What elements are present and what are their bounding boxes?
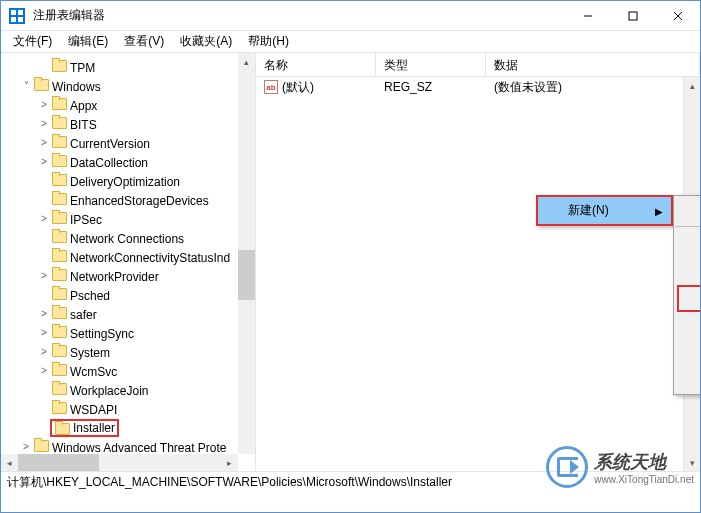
tree-item-label: Installer	[73, 421, 115, 435]
folder-icon	[51, 324, 67, 338]
tree-item[interactable]: >WcmSvc	[1, 361, 255, 380]
tree-scrollbar-horizontal[interactable]: ◂ ▸	[1, 454, 238, 471]
ctx-item[interactable]: DWORD (32 位)值(D)	[677, 285, 700, 312]
tree-twisty-icon[interactable]	[37, 60, 51, 74]
tree-twisty-icon[interactable]	[37, 231, 51, 245]
tree-item[interactable]: >safer	[1, 304, 255, 323]
window-controls	[565, 1, 700, 30]
tree-item[interactable]: >NetworkProvider	[1, 266, 255, 285]
menu-view[interactable]: 查看(V)	[116, 30, 172, 53]
tree-item[interactable]: Installer	[1, 418, 255, 437]
tree-twisty-icon[interactable]: >	[37, 136, 51, 150]
list-row[interactable]: ab (默认) REG_SZ (数值未设置)	[256, 77, 700, 97]
list-panel: 名称 类型 数据 ab (默认) REG_SZ (数值未设置) 新建(N) ▶ …	[256, 53, 700, 471]
status-path: 计算机\HKEY_LOCAL_MACHINE\SOFTWARE\Policies…	[7, 474, 452, 491]
tree-scrollbar-vertical[interactable]: ▴	[238, 53, 255, 454]
folder-icon	[51, 134, 67, 148]
tree-twisty-icon[interactable]	[37, 174, 51, 188]
tree-item[interactable]: ˅Windows	[1, 76, 255, 95]
menu-separator	[675, 226, 700, 227]
tree-item[interactable]: NetworkConnectivityStatusInd	[1, 247, 255, 266]
scrollbar-thumb[interactable]	[238, 250, 255, 300]
menu-file[interactable]: 文件(F)	[5, 30, 60, 53]
tree-item-label: CurrentVersion	[70, 137, 150, 151]
tree-twisty-icon[interactable]	[37, 193, 51, 207]
tree-twisty-icon[interactable]	[37, 250, 51, 264]
folder-icon	[51, 210, 67, 224]
ctx-new-label: 新建(N)	[568, 203, 609, 217]
folder-icon	[33, 77, 49, 91]
tree-twisty-icon[interactable]: >	[37, 326, 51, 340]
tree-item[interactable]: DeliveryOptimization	[1, 171, 255, 190]
maximize-button[interactable]	[610, 1, 655, 30]
tree-item[interactable]: >System	[1, 342, 255, 361]
svg-rect-2	[11, 17, 16, 22]
tree-twisty-icon[interactable]: >	[37, 307, 51, 321]
svg-rect-3	[18, 17, 23, 22]
scroll-down-button[interactable]: ▾	[684, 454, 700, 471]
tree-twisty-icon[interactable]: >	[37, 155, 51, 169]
list-body: ab (默认) REG_SZ (数值未设置)	[256, 77, 700, 97]
scrollbar-thumb-h[interactable]	[18, 454, 99, 471]
tree-twisty-icon[interactable]: >	[37, 98, 51, 112]
tree-item-label: BITS	[70, 118, 97, 132]
tree-item[interactable]: >BITS	[1, 114, 255, 133]
ctx-item[interactable]: 项(K)	[674, 196, 700, 223]
close-button[interactable]	[655, 1, 700, 30]
ctx-new[interactable]: 新建(N) ▶	[538, 197, 671, 224]
col-data[interactable]: 数据	[486, 53, 700, 76]
minimize-button[interactable]	[565, 1, 610, 30]
tree-item-label: DataCollection	[70, 156, 148, 170]
ctx-item[interactable]: QWORD (64 位)值(Q)	[674, 313, 700, 340]
col-type[interactable]: 类型	[376, 53, 486, 76]
tree-item[interactable]: >IPSec	[1, 209, 255, 228]
folder-icon	[51, 172, 67, 186]
tree-item-label: WSDAPI	[70, 403, 117, 417]
statusbar: 计算机\HKEY_LOCAL_MACHINE\SOFTWARE\Policies…	[1, 471, 700, 493]
tree-item[interactable]: WorkplaceJoin	[1, 380, 255, 399]
tree-twisty-icon[interactable]: >	[37, 364, 51, 378]
main-area: TPM˅Windows>Appx>BITS>CurrentVersion>Dat…	[1, 53, 700, 471]
menu-help[interactable]: 帮助(H)	[240, 30, 297, 53]
tree-item-label: DeliveryOptimization	[70, 175, 180, 189]
tree-twisty-icon[interactable]: >	[37, 212, 51, 226]
context-menu-new: 新建(N) ▶	[536, 195, 673, 226]
tree-twisty-icon[interactable]	[37, 421, 51, 435]
scroll-up-button[interactable]: ▴	[238, 53, 255, 70]
folder-icon	[51, 115, 67, 129]
scroll-right-button[interactable]: ▸	[221, 454, 238, 471]
tree-item-label: safer	[70, 308, 97, 322]
scroll-left-button[interactable]: ◂	[1, 454, 18, 471]
tree-item[interactable]: TPM	[1, 57, 255, 76]
col-name[interactable]: 名称	[256, 53, 376, 76]
tree-item[interactable]: WSDAPI	[1, 399, 255, 418]
scroll-up-button[interactable]: ▴	[684, 77, 700, 94]
tree-item[interactable]: EnhancedStorageDevices	[1, 190, 255, 209]
tree-item[interactable]: Psched	[1, 285, 255, 304]
tree-twisty-icon[interactable]: >	[37, 345, 51, 359]
ctx-item[interactable]: 可扩充字符串值(E)	[674, 367, 700, 394]
menu-favorites[interactable]: 收藏夹(A)	[172, 30, 240, 53]
ctx-item[interactable]: 字符串值(S)	[674, 230, 700, 257]
tree-twisty-icon[interactable]	[37, 288, 51, 302]
string-value-icon: ab	[264, 80, 278, 94]
cell-name: ab (默认)	[256, 77, 376, 98]
tree-twisty-icon[interactable]	[37, 402, 51, 416]
folder-icon	[51, 248, 67, 262]
tree-twisty-icon[interactable]: >	[37, 269, 51, 283]
menu-edit[interactable]: 编辑(E)	[60, 30, 116, 53]
tree-twisty-icon[interactable]: ˅	[19, 79, 33, 93]
tree-item-label: Windows Advanced Threat Prote	[52, 441, 227, 455]
tree-item[interactable]: >SettingSync	[1, 323, 255, 342]
tree-twisty-icon[interactable]: >	[19, 440, 33, 454]
tree-twisty-icon[interactable]: >	[37, 117, 51, 131]
folder-icon	[51, 229, 67, 243]
tree-item[interactable]: >Appx	[1, 95, 255, 114]
tree-item-label: Network Connections	[70, 232, 184, 246]
tree-twisty-icon[interactable]	[37, 383, 51, 397]
ctx-item[interactable]: 多字符串值(M)	[674, 340, 700, 367]
tree-item[interactable]: >CurrentVersion	[1, 133, 255, 152]
tree-item[interactable]: >DataCollection	[1, 152, 255, 171]
ctx-item[interactable]: 二进制值(B)	[674, 257, 700, 284]
tree-item[interactable]: Network Connections	[1, 228, 255, 247]
